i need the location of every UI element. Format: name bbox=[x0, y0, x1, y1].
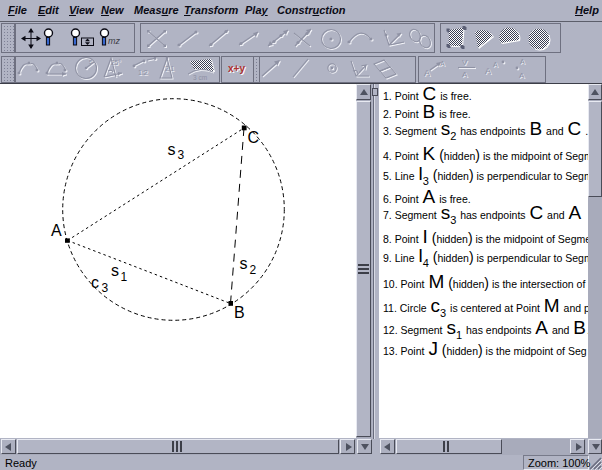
svg-text:C: C bbox=[248, 129, 260, 146]
svg-text:x+y: x+y bbox=[228, 63, 245, 74]
svg-text:3 cm: 3 cm bbox=[193, 74, 207, 81]
svg-text:s: s bbox=[240, 255, 248, 272]
svg-text:mz: mz bbox=[108, 36, 120, 46]
svg-text:3: 3 bbox=[102, 281, 109, 295]
svg-text:3: 3 bbox=[178, 148, 185, 162]
svg-text:B: B bbox=[234, 304, 245, 321]
svg-text:c: c bbox=[91, 274, 99, 291]
svg-text:2: 2 bbox=[250, 263, 257, 277]
svg-text:A: A bbox=[51, 222, 62, 239]
svg-text:s: s bbox=[168, 141, 176, 158]
svg-text:1: 1 bbox=[121, 270, 128, 284]
svg-text:s: s bbox=[111, 262, 119, 279]
